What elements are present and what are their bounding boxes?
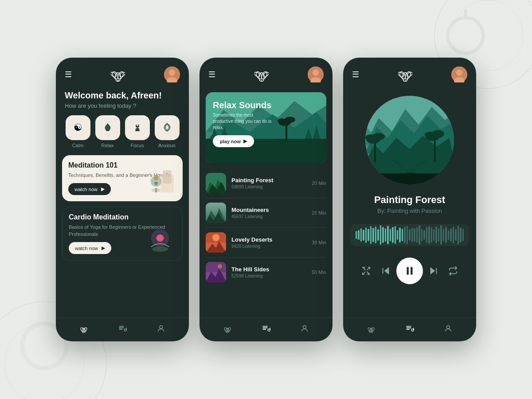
welcome-subtitle: How are you feeling today ? (65, 102, 180, 109)
nav-home-icon[interactable] (79, 324, 88, 335)
mood-anxious-label: Anxious (158, 143, 176, 148)
waveform[interactable] (350, 224, 469, 246)
svg-point-107 (425, 132, 435, 138)
track-item[interactable]: Painting Forest 59899 Listening 20 Min (206, 168, 326, 198)
track-name-desert: Lovely Deserts (231, 236, 306, 243)
phone2-nav-playlist-icon[interactable] (262, 324, 270, 335)
hero-play-btn[interactable]: play now ▶ (213, 135, 254, 147)
phone1-header: ☰ (56, 58, 189, 87)
track-list: Painting Forest 59899 Listening 20 Min (200, 168, 332, 317)
next-btn[interactable] (425, 262, 442, 280)
svg-rect-112 (407, 267, 409, 274)
svg-rect-104 (434, 138, 436, 162)
svg-point-75 (218, 264, 222, 269)
svg-point-83 (268, 329, 270, 331)
phone3-lotus-logo (398, 67, 412, 82)
svg-point-89 (398, 71, 404, 78)
phone2-nav-home-icon[interactable] (223, 324, 232, 335)
phone3-nav-home-icon[interactable] (367, 324, 376, 335)
phones-container: ☰ Welcome back, Afreen! (56, 58, 476, 341)
mood-focus-btn[interactable] (125, 115, 150, 140)
phone2-nav-profile-icon[interactable] (300, 324, 309, 335)
avatar[interactable] (164, 66, 180, 82)
mood-relax-btn[interactable] (95, 115, 120, 140)
hero-content: Relax Sounds Sometimes the most producti… (206, 92, 282, 155)
meditation-illustration (143, 166, 178, 197)
phone2-menu-icon[interactable]: ☰ (208, 70, 215, 79)
svg-point-24 (154, 176, 158, 180)
track-duration-forest: 20 Min (312, 180, 326, 186)
player-artist: By: Painting with Passion (352, 207, 467, 214)
phone2-nav (200, 317, 332, 341)
svg-point-28 (152, 246, 168, 252)
svg-point-46 (313, 70, 319, 76)
svg-point-36 (124, 329, 126, 331)
phone3-menu-icon[interactable]: ☰ (352, 70, 359, 79)
svg-marker-114 (431, 268, 434, 274)
meditation-watch-btn[interactable]: watch now ▶ (68, 183, 111, 195)
cardio-card: Cardio Meditation Basics of Yoga for Beg… (62, 207, 183, 261)
phone3-nav-profile-icon[interactable] (444, 324, 453, 335)
track-info-hills: The Hill Sides 52599 Listening (231, 266, 306, 278)
mood-focus-label: Focus (131, 143, 144, 148)
cardio-watch-btn[interactable]: watch now ▶ (69, 242, 111, 254)
nav-profile-icon[interactable] (156, 324, 165, 335)
track-thumb-mountain (206, 203, 226, 223)
phone3-avatar[interactable] (451, 66, 467, 82)
phone3-header: ☰ (343, 58, 476, 87)
svg-point-85 (303, 325, 306, 329)
track-thumb-desert (206, 232, 226, 253)
track-item[interactable]: The Hill Sides 52599 Listening 50 Min (206, 258, 326, 287)
repeat-btn[interactable] (444, 262, 462, 280)
nav-playlist-icon[interactable] (118, 324, 127, 335)
phone1-nav (56, 317, 189, 341)
phone2-header: ☰ (200, 58, 332, 87)
track-name-forest: Painting Forest (231, 177, 306, 184)
phone-playlist: ☰ (200, 58, 332, 341)
svg-marker-110 (385, 268, 388, 274)
phone-home: ☰ Welcome back, Afreen! (56, 58, 189, 341)
hero-subtitle: Sometimes the most productive thing you … (213, 112, 275, 131)
phone3-nav (343, 317, 476, 341)
track-duration-hills: 50 Min (312, 270, 326, 275)
mood-relax: Relax (95, 115, 120, 148)
svg-point-11 (119, 71, 125, 78)
cardio-illustration (142, 225, 178, 256)
svg-point-4 (448, 18, 483, 53)
mood-anxious: Anxious (155, 115, 180, 148)
track-info-forest: Painting Forest 59899 Listening (231, 177, 306, 189)
mood-calm-btn[interactable]: ☯ (66, 115, 90, 140)
album-art-svg (365, 96, 454, 184)
mood-calm: ☯ Calm (66, 115, 90, 148)
player-controls (343, 253, 476, 289)
shuffle-btn[interactable] (357, 262, 375, 280)
phone3-nav-playlist-icon[interactable] (405, 324, 414, 335)
svg-rect-113 (411, 267, 412, 274)
pause-btn[interactable] (396, 258, 423, 284)
mood-anxious-btn[interactable] (155, 115, 180, 140)
track-item[interactable]: Mountaineers 45697 Listening 15 Min (206, 198, 326, 228)
track-thumb-hills (206, 262, 226, 282)
svg-rect-25 (155, 188, 157, 192)
svg-point-59 (285, 117, 295, 123)
track-listeners-forest: 59899 Listening (231, 184, 306, 189)
relax-sounds-banner: Relax Sounds Sometimes the most producti… (206, 92, 326, 163)
player-title: Painting Forest (352, 194, 467, 206)
svg-point-93 (456, 70, 462, 76)
meditation-card: Meditation 101 Techniques, Benefits, and… (62, 155, 183, 201)
phone2-avatar[interactable] (308, 66, 324, 82)
track-info-desert: Lovely Deserts 9428 Listening (231, 236, 306, 249)
prev-btn[interactable] (377, 262, 395, 280)
mood-grid: ☯ Calm Relax (56, 115, 189, 155)
svg-point-123 (411, 329, 414, 331)
phone2-lotus-logo (254, 67, 269, 82)
track-duration-mountain: 15 Min (312, 210, 326, 215)
menu-icon[interactable]: ☰ (65, 70, 72, 79)
svg-point-10 (111, 71, 117, 78)
track-listeners-hills: 52599 Listening (231, 274, 306, 278)
svg-point-42 (254, 71, 261, 78)
track-item[interactable]: Lovely Deserts 9428 Listening 39 Min (206, 228, 326, 258)
svg-point-27 (156, 235, 164, 242)
track-listeners-mountain: 45697 Listening (231, 214, 306, 219)
welcome-title: Welcome back, Afreen! (65, 90, 180, 101)
